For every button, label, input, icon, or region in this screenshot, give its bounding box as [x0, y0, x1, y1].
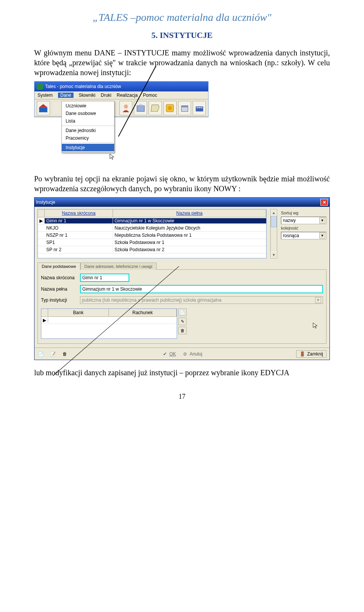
sort-order-combo[interactable]: rosnąca ▼ [281, 232, 326, 239]
tabs: Dane podstawowe Dane adresowe, telefonic… [38, 262, 326, 269]
table-row[interactable]: NKJO Nauczycielskie Kolegium Języków Obc… [38, 225, 266, 232]
menu-realizacja[interactable]: Realizacja [117, 93, 138, 98]
svg-rect-9 [196, 107, 198, 108]
bank-grid[interactable]: Bank Rachunek ▶ [41, 308, 177, 339]
combo-value: rosnąca [283, 233, 299, 238]
menu-dane[interactable]: Dane [58, 93, 74, 98]
sort-label: Sortuj wg [281, 211, 326, 215]
menuitem-lista[interactable]: Lista [62, 117, 114, 125]
menu-druki[interactable]: Druki [101, 93, 111, 98]
menu-system[interactable]: System [38, 93, 53, 98]
cancel-label: Anuluj [190, 351, 202, 357]
svg-rect-3 [137, 106, 144, 112]
edit-button[interactable]: 📝 [50, 351, 56, 357]
cell: Szkoła Podstawowa nr 1 [113, 240, 266, 245]
svg-marker-1 [39, 104, 48, 107]
close-button[interactable]: 🚪 Zamknij [296, 350, 326, 358]
new-icon[interactable]: 📄 [178, 308, 187, 316]
scroll-down-icon[interactable]: ▼ [271, 252, 277, 258]
label-nazwa-pelna: Nazwa pełna [41, 286, 77, 292]
cancel-icon: ⊘ [182, 351, 188, 357]
scrollbar[interactable]: ▲ ▼ [270, 209, 277, 258]
toolbar-btn-1[interactable] [37, 101, 50, 115]
scroll-thumb[interactable] [271, 216, 277, 227]
menubar: System Dane Słowniki Druki Realizacja Po… [35, 91, 208, 99]
sort-panel: Sortuj wg nazwy ▼ kolejność rosnąca ▼ [281, 209, 326, 258]
titlebar: Instytucje ✕ [35, 198, 329, 207]
chevron-down-icon: ▼ [319, 233, 325, 239]
intro-paragraph-3: lub modyfikacji danych zapisanej już ins… [34, 368, 330, 378]
toolbar [35, 99, 208, 117]
table-row[interactable]: SP1 Szkoła Podstawowa nr 1 [38, 239, 266, 246]
check-icon: ✔ [162, 351, 168, 357]
menuitem-dane-osobowe[interactable]: Dane osobowe [62, 110, 114, 117]
col-nazwa-pelna[interactable]: Nazwa pełna [113, 209, 266, 217]
edit-icon: 📝 [50, 351, 56, 357]
svg-rect-11 [201, 107, 202, 108]
close-button[interactable]: ✕ [320, 199, 328, 206]
screenshot-menu: Tales - pomoc materialna dla uczniów Sys… [34, 81, 330, 168]
svg-rect-8 [196, 107, 203, 112]
scroll-up-icon[interactable]: ▲ [271, 209, 277, 216]
label-nazwa-skrocona: Nazwa skrócona [41, 275, 77, 280]
toolbar-btn-8[interactable] [193, 101, 206, 115]
screenshot-instytucje: Instytucje ✕ Nazwa skrócona Nazwa pełna … [34, 197, 330, 360]
table-row[interactable]: ▶ [41, 317, 177, 324]
table-row[interactable]: NSZP nr 1 Niepubliczna Szkoła Podstawowa… [38, 232, 266, 239]
table-row[interactable]: SP nr 2 Szkoła Podstawowa nr 2 [38, 246, 266, 253]
svg-rect-7 [181, 106, 188, 107]
menuitem-instytucje[interactable]: Instytucje [62, 144, 114, 151]
tab-dane-podstawowe[interactable]: Dane podstawowe [38, 263, 80, 270]
app-icon [37, 83, 43, 90]
table-row[interactable]: ▶ Gimn nr 1 Gimnazjum nr 1 w Skoczowie [38, 217, 266, 225]
input-nazwa-pelna[interactable] [80, 285, 323, 293]
toolbar-btn-6[interactable] [163, 101, 177, 115]
menu-pomoc[interactable]: Pomoc [143, 93, 157, 98]
bank-buttons: 📄 ✎ 🗑 [177, 307, 188, 339]
menuitem-uczniowie[interactable]: Uczniowie [62, 102, 114, 110]
cancel-button[interactable]: ⊘Anuluj [182, 351, 202, 357]
tab-body: Nazwa skrócona Nazwa pełna Typ instytucj… [38, 269, 326, 344]
page-number: 17 [34, 393, 330, 401]
ok-label: OK [169, 351, 176, 357]
new-button[interactable]: 📄 [38, 351, 44, 357]
select-value: publiczna (lub niepubliczna o prawach pu… [82, 297, 221, 303]
chevron-down-icon: ▼ [315, 297, 321, 303]
cell: Gimnazjum nr 1 w Skoczowie [113, 218, 266, 223]
delete-icon[interactable]: 🗑 [178, 327, 187, 334]
cell: Szkoła Podstawowa nr 2 [113, 247, 266, 252]
svg-rect-0 [39, 107, 48, 112]
col-nazwa-skrocona[interactable]: Nazwa skrócona [45, 209, 113, 217]
toolbar-btn-5[interactable] [149, 101, 162, 115]
cell: Gimn nr 1 [45, 218, 113, 223]
col-bank[interactable]: Bank [48, 309, 109, 316]
app-title: Tales - pomoc materialna dla uczniów [45, 84, 121, 89]
menuitem-dane-jednostki[interactable]: Dane jednostki [62, 127, 114, 134]
order-label: kolejność [281, 226, 326, 230]
intro-paragraph-2: Po wybraniu tej opcji na ekranie pojawi … [34, 174, 330, 194]
tab-dane-adresowe[interactable]: Dane adresowe, telefoniczne i uwagi [80, 263, 157, 270]
svg-point-5 [168, 106, 172, 110]
label-typ-instytucji: Typ instytucji [41, 297, 77, 303]
toolbar-btn-7[interactable] [178, 101, 191, 115]
delete-button[interactable]: 🗑 [62, 351, 68, 357]
menuitem-pracownicy[interactable]: Pracownicy [62, 134, 114, 142]
close-label: Zamknij [307, 351, 323, 357]
edit-icon[interactable]: ✎ [178, 318, 187, 325]
input-nazwa-skrocona[interactable] [80, 274, 129, 282]
sort-by-combo[interactable]: nazwy ▼ [281, 217, 326, 224]
select-typ-instytucji[interactable]: publiczna (lub niepubliczna o prawach pu… [80, 296, 323, 304]
ok-button[interactable]: ✔OK [162, 351, 176, 357]
app-window: Tales - pomoc materialna dla uczniów Sys… [34, 81, 209, 117]
menu-slowniki[interactable]: Słowniki [79, 93, 96, 98]
cell: NKJO [45, 225, 113, 231]
svg-rect-10 [198, 107, 200, 108]
cell: NSZP nr 1 [45, 233, 113, 238]
door-icon: 🚪 [300, 351, 305, 357]
intro-paragraph-1: W głównym menu DANE – INSTYTUCJE mamy mo… [34, 48, 330, 77]
col-rachunek[interactable]: Rachunek [109, 309, 177, 316]
doc-header: „TALES –pomoc materialna dla uczniów" [34, 11, 330, 24]
dropdown-dane: Uczniowie Dane osobowe Lista Dane jednos… [61, 101, 115, 153]
instytucje-grid[interactable]: Nazwa skrócona Nazwa pełna ▶ Gimn nr 1 G… [38, 209, 267, 258]
instytucje-window: Instytucje ✕ Nazwa skrócona Nazwa pełna … [34, 197, 330, 360]
